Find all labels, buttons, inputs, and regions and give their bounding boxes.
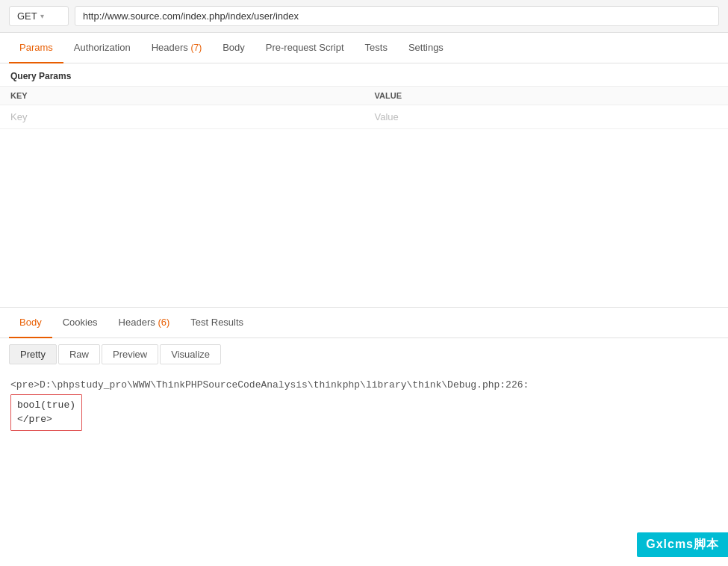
format-tabs: Pretty Raw Preview Visualize: [0, 338, 728, 370]
params-table: KEY VALUE Key Value: [0, 86, 728, 129]
value-cell[interactable]: Value: [364, 105, 729, 129]
headers-badge: (7): [190, 43, 202, 53]
format-tab-raw[interactable]: Raw: [58, 344, 100, 364]
request-body-space: [0, 129, 728, 301]
request-tabs: Params Authorization Headers (7) Body Pr…: [0, 33, 728, 63]
format-tab-pretty[interactable]: Pretty: [9, 344, 57, 364]
key-cell[interactable]: Key: [0, 105, 364, 129]
url-bar: GET ▾: [0, 0, 728, 33]
response-headers-badge: (6): [158, 317, 169, 328]
tab-prerequest[interactable]: Pre-request Script: [255, 33, 355, 63]
response-highlighted-line-1: bool(true): [17, 398, 75, 413]
tab-tests[interactable]: Tests: [355, 33, 398, 63]
query-params-label: Query Params: [0, 63, 728, 86]
response-tab-body[interactable]: Body: [9, 308, 52, 338]
response-highlighted-line-2: </pre>: [17, 412, 75, 427]
col-value-header: VALUE: [364, 87, 729, 105]
tab-body[interactable]: Body: [212, 33, 255, 63]
method-label: GET: [17, 10, 37, 22]
response-pre-line: <pre>D:\phpstudy_pro\WWW\ThinkPHPSourceC…: [10, 378, 718, 393]
col-key-header: KEY: [0, 87, 364, 105]
response-tab-cookies[interactable]: Cookies: [52, 308, 108, 338]
response-section: Body Cookies Headers (6) Test Results Pr…: [0, 308, 728, 438]
response-tab-testresults[interactable]: Test Results: [180, 308, 254, 338]
format-tab-visualize[interactable]: Visualize: [160, 344, 221, 364]
response-highlighted-block: bool(true) </pre>: [10, 394, 82, 431]
tab-settings[interactable]: Settings: [398, 33, 454, 63]
tab-params[interactable]: Params: [9, 33, 63, 63]
tab-headers[interactable]: Headers (7): [141, 33, 212, 63]
response-tabs: Body Cookies Headers (6) Test Results: [0, 308, 728, 338]
method-select[interactable]: GET ▾: [9, 6, 69, 26]
response-body: <pre>D:\phpstudy_pro\WWW\ThinkPHPSourceC…: [0, 370, 728, 438]
tab-authorization[interactable]: Authorization: [63, 33, 141, 63]
format-tab-preview[interactable]: Preview: [102, 344, 158, 364]
response-tab-headers[interactable]: Headers (6): [108, 308, 181, 338]
table-row: Key Value: [0, 105, 728, 129]
method-chevron: ▾: [40, 12, 44, 20]
url-input[interactable]: [75, 6, 719, 26]
